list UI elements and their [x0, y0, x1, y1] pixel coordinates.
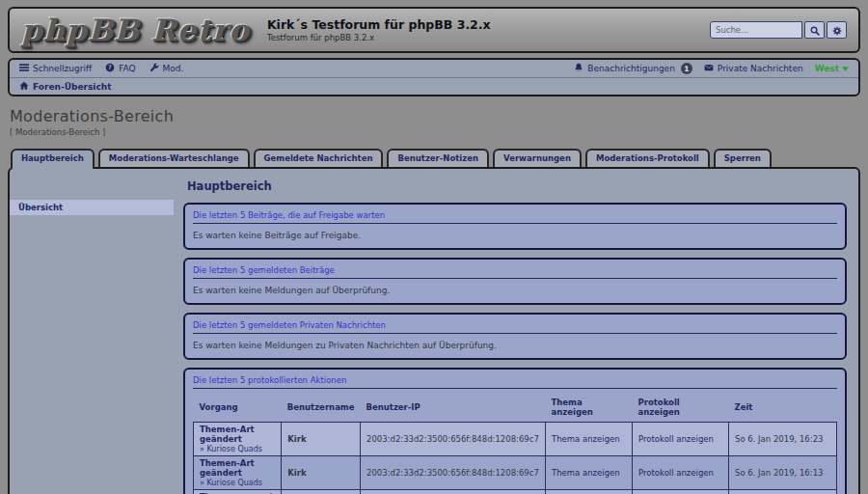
panel-reported-posts-body: Es warten keine Meldungen auf Überprüfun…: [193, 284, 837, 296]
notifications-label: Benachrichtigungen: [587, 64, 675, 73]
username-label: West: [815, 64, 839, 73]
view-log-link[interactable]: Protokoll anzeigen: [638, 468, 714, 478]
content-box: Übersicht Hauptbereich Die letzten 5 Bei…: [8, 167, 860, 494]
search-button[interactable]: [804, 21, 825, 39]
site-description: Testforum für phpBB 3.2.x: [267, 33, 491, 42]
tab-sperren[interactable]: Sperren: [714, 149, 772, 167]
user-menu[interactable]: West: [815, 64, 849, 73]
table-row: Thema gesperrt» Kuriose Quads Kirk 2003:…: [194, 490, 837, 494]
tab-gemeldete-nachrichten[interactable]: Gemeldete Nachrichten: [254, 149, 384, 167]
panel-reported-pms: Die letzten 5 gemeldeten Privaten Nachri…: [183, 313, 847, 360]
view-topic-link[interactable]: Thema anzeigen: [552, 468, 620, 478]
faq-link[interactable]: ? FAQ: [105, 63, 135, 74]
page-title: Moderations-Bereich: [10, 107, 858, 125]
wrench-icon: [149, 63, 159, 74]
home-icon: [19, 81, 29, 93]
col-benutzername: Benutzername: [282, 394, 361, 423]
tab-benutzer-notizen[interactable]: Benutzer-Notizen: [387, 149, 489, 167]
breadcrumb-label: Foren-Übersicht: [33, 82, 111, 92]
col-thema-anzeigen: Thema anzeigen: [546, 394, 633, 423]
site-logo[interactable]: phpBB Retro: [21, 13, 250, 47]
panel-approval-title[interactable]: Die letzten 5 Beiträge, die auf Freigabe…: [193, 208, 837, 224]
panel-logged-actions: Die letzten 5 protokollierten Aktionen V…: [183, 368, 847, 494]
col-vorgang: Vorgang: [194, 394, 282, 423]
mcp-tabs: Hauptbereich Moderations-Warteschlange G…: [8, 149, 860, 167]
log-time: So 6. Jan 2019, 16:12: [729, 490, 837, 494]
panel-reported-posts: Die letzten 5 gemeldeten Beiträge Es war…: [183, 258, 847, 305]
panel-logged-actions-title[interactable]: Die letzten 5 protokollierten Aktionen: [193, 373, 837, 389]
log-action: Themen-Art geändert: [200, 425, 275, 444]
quick-links[interactable]: Schnellzugriff: [19, 63, 92, 74]
view-log-link[interactable]: Protokoll anzeigen: [638, 434, 714, 444]
log-table: Vorgang Benutzername Benutzer-IP Thema a…: [193, 394, 837, 494]
log-action-detail: » Kuriose Quads: [200, 445, 275, 453]
notifications-badge: 1: [681, 63, 692, 74]
svg-text:?: ?: [108, 64, 112, 71]
page-head: Moderations-Bereich [ Moderations-Bereic…: [8, 96, 860, 137]
tab-hauptbereich[interactable]: Hauptbereich: [11, 149, 95, 169]
faq-label: FAQ: [119, 64, 135, 73]
chevron-down-icon: [842, 64, 849, 73]
tab-verwarnungen[interactable]: Verwarnungen: [493, 149, 582, 167]
log-user-link[interactable]: Kirk: [282, 456, 361, 490]
log-user-link[interactable]: Kirk: [282, 490, 361, 494]
table-row: Themen-Art geändert» Kuriose Quads Kirk …: [194, 423, 837, 456]
panel-reported-pms-title[interactable]: Die letzten 5 gemeldeten Privaten Nachri…: [193, 318, 837, 334]
advanced-search-button[interactable]: [827, 21, 847, 39]
tab-moderations-protokoll[interactable]: Moderations-Protokoll: [585, 149, 710, 167]
view-topic-link[interactable]: Thema anzeigen: [552, 434, 620, 444]
notifications-link[interactable]: Benachrichtigungen 1: [574, 63, 692, 74]
page-subtitle: [ Moderations-Bereich ]: [10, 127, 858, 137]
table-row: Themen-Art geändert» Kuriose Quads Kirk …: [194, 456, 837, 490]
sidebar-item-uebersicht[interactable]: Übersicht: [10, 200, 174, 215]
log-table-header-row: Vorgang Benutzername Benutzer-IP Thema a…: [194, 394, 837, 423]
navbar-top-row: Schnellzugriff ? FAQ Mod. Benachrichtigu…: [10, 60, 858, 77]
panel-reported-pms-body: Es warten keine Meldungen zu Privaten Na…: [193, 339, 837, 351]
col-benutzer-ip: Benutzer-IP: [361, 394, 546, 423]
menu-icon: [19, 63, 29, 74]
breadcrumb-row: Foren-Übersicht: [10, 77, 858, 95]
col-protokoll-anzeigen: Protokoll anzeigen: [633, 394, 729, 423]
panel-approval-queue: Die letzten 5 Beiträge, die auf Freigabe…: [183, 203, 847, 250]
log-user-link[interactable]: Kirk: [282, 423, 361, 456]
log-ip: 2003:d2:33d2:3500:656f:848d:1208:69c7: [361, 456, 546, 490]
log-action: Themen-Art geändert: [200, 458, 275, 478]
mcp-main: Hauptbereich Die letzten 5 Beiträge, die…: [174, 169, 858, 494]
search-input[interactable]: [710, 21, 802, 39]
site-title[interactable]: Kirk´s Testforum für phpBB 3.2.x: [267, 17, 491, 32]
col-zeit: Zeit: [729, 394, 837, 423]
breadcrumb-board-index[interactable]: Foren-Übersicht: [19, 81, 111, 93]
tab-moderations-warteschlange[interactable]: Moderations-Warteschlange: [98, 149, 250, 167]
panel-approval-body: Es warten keine Beiträge auf Freigabe.: [193, 229, 837, 241]
panel-reported-posts-title[interactable]: Die letzten 5 gemeldeten Beiträge: [193, 263, 837, 279]
mod-label: Mod.: [163, 64, 184, 73]
log-ip: 2003:d2:33d2:3500:656f:848d:1208:69c7: [361, 423, 546, 456]
log-ip: 2003:d2:33d2:3500:656f:848d:1208:69c7: [361, 490, 546, 494]
private-messages-link[interactable]: Private Nachrichten: [704, 63, 803, 74]
site-header: phpBB Retro Kirk´s Testforum für phpBB 3…: [8, 7, 860, 53]
search-box: [710, 21, 847, 39]
log-time: So 6. Jan 2019, 16:13: [729, 456, 837, 490]
log-action-detail: » Kuriose Quads: [200, 479, 275, 487]
main-heading: Hauptbereich: [187, 179, 847, 193]
search-icon: [810, 21, 820, 40]
log-time: So 6. Jan 2019, 16:23: [729, 423, 837, 456]
navbar: Schnellzugriff ? FAQ Mod. Benachrichtigu…: [8, 58, 860, 96]
bell-icon: [574, 63, 583, 74]
private-messages-label: Private Nachrichten: [718, 64, 803, 73]
mod-link[interactable]: Mod.: [149, 63, 184, 74]
question-icon: ?: [105, 63, 115, 74]
page: phpBB Retro Kirk´s Testforum für phpBB 3…: [0, 0, 868, 494]
quick-links-label: Schnellzugriff: [33, 64, 92, 73]
mcp-sidebar: Übersicht: [10, 169, 174, 494]
gear-icon: [832, 21, 842, 40]
site-titles: Kirk´s Testforum für phpBB 3.2.x Testfor…: [267, 17, 491, 42]
envelope-icon: [704, 63, 714, 74]
navbar-right: Benachrichtigungen 1 Private Nachrichten…: [574, 63, 849, 74]
